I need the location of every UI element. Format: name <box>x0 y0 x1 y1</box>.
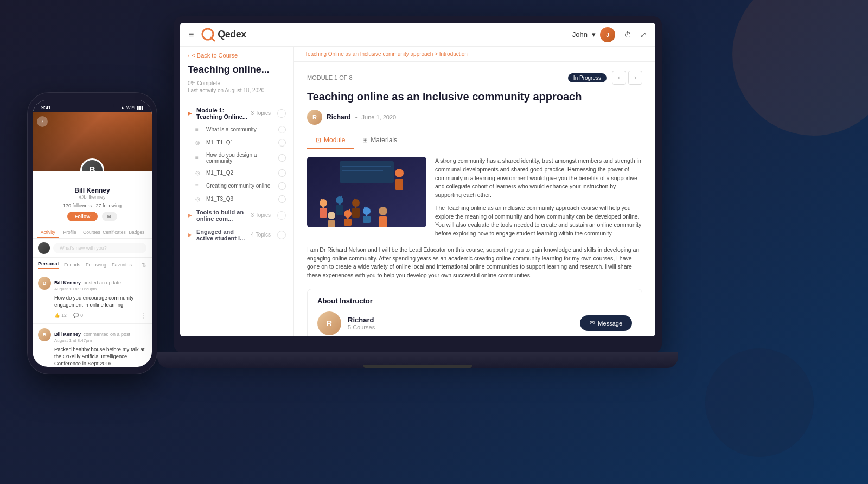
header-chevron: ▾ <box>592 30 596 39</box>
post-header-1: B Bill Kenney posted an update August 10… <box>38 277 146 291</box>
module-2-topics: 3 Topics <box>251 212 271 218</box>
sidebar-item-creating-community[interactable]: ≡ Creating community online <box>180 180 293 193</box>
main-content-area: Teaching Online as an Inclusive communit… <box>294 47 655 336</box>
phone-notch <box>71 100 114 111</box>
module-2-header[interactable]: ▶ Tools to build an online com... 3 Topi… <box>180 206 293 225</box>
header-history-icon[interactable]: ⏱ <box>624 30 631 39</box>
phone-tab-badges[interactable]: Badges <box>126 226 148 238</box>
materials-tab-icon: ⊞ <box>362 136 368 144</box>
bio-text: I am Dr Richard Nelson and I will be the… <box>307 246 642 280</box>
text-item-icon-2: ≡ <box>195 155 203 161</box>
app-body: ‹ < Back to Course Teaching online... 0%… <box>180 47 655 336</box>
module-1-topics: 3 Topics <box>251 110 271 116</box>
phone-input-bar: What's new with you? <box>33 239 152 258</box>
phone-tab-certificates[interactable]: Certificates <box>103 226 126 238</box>
feed-filter-personal[interactable]: Personal <box>38 261 59 269</box>
content-area: MODULE 1 OF 8 In Progress ‹ › Teaching o… <box>294 62 655 336</box>
status-time: 9:41 <box>41 105 51 110</box>
post-meta-1: Bill Kenney posted an update August 10 a… <box>54 277 146 291</box>
post-comment-1[interactable]: 💬 0 <box>73 313 83 318</box>
laptop-bezel: ≡ Qedex John ▾ J ⏱ ⤢ <box>174 16 662 353</box>
post-date-1: August 10 at 10:23pm <box>54 286 146 291</box>
item-text-q3: M1_T3_Q3 <box>206 196 275 202</box>
course-title-main: Teaching online as an Inclusive communit… <box>307 90 642 103</box>
feed-filter-favorites[interactable]: Favorites <box>112 262 132 268</box>
post-author-2: Bill Kenney <box>54 332 81 337</box>
logo-area: Qedex <box>200 27 246 42</box>
sidebar-item-q3[interactable]: ◎ M1_T3_Q3 <box>180 193 293 206</box>
svg-rect-19 <box>320 208 327 218</box>
prev-button[interactable]: ‹ <box>612 71 626 85</box>
feed-filter-friends[interactable]: Friends <box>64 262 80 268</box>
phone-post-1: B Bill Kenney posted an update August 10… <box>33 272 152 324</box>
post-actions-1: 👍 12 💬 0 ⋮ <box>38 311 146 319</box>
content-paragraph-2: The Teaching online as an inclusive comm… <box>435 204 642 238</box>
svg-point-16 <box>395 169 404 177</box>
module-3-arrow: ▶ <box>188 232 193 238</box>
phone-user-name: Bill Kenney <box>41 187 143 194</box>
next-button[interactable]: › <box>628 71 642 85</box>
post-header-2: B Bill Kenney commented on a post August… <box>38 328 146 343</box>
module-1-title: Module 1: Teaching Online... <box>196 107 247 120</box>
header-username: John <box>572 30 588 39</box>
breadcrumb[interactable]: Teaching Online as an Inclusive communit… <box>294 47 655 62</box>
phone-tab-activity[interactable]: Activity <box>37 226 59 238</box>
instructor-name: Richard <box>348 316 375 324</box>
svg-rect-30 <box>344 219 352 226</box>
post-text-1: How do you encourage community engagemen… <box>38 294 146 309</box>
post-meta-2: Bill Kenney commented on a post August 1… <box>54 328 146 343</box>
sidebar-item-q1[interactable]: ◎ M1_T1_Q1 <box>180 136 293 149</box>
post-author-1: Bill Kenney <box>54 280 81 285</box>
classroom-image <box>307 157 426 227</box>
item-text-q1: M1_T1_Q1 <box>206 139 275 145</box>
feed-filter-following[interactable]: Following <box>86 262 106 268</box>
sidebar-item-design-community[interactable]: ≡ How do you design a community <box>180 149 293 167</box>
header-avatar[interactable]: J <box>600 27 615 42</box>
post-more-1[interactable]: ⋮ <box>140 311 146 319</box>
item-check-4 <box>278 169 286 177</box>
tab-materials[interactable]: ⊞ Materials <box>354 132 406 149</box>
back-link-text: < Back to Course <box>192 52 238 59</box>
quiz-item-icon-3: ◎ <box>195 196 203 202</box>
phone-tab-courses[interactable]: Courses <box>81 226 103 238</box>
post-like-1[interactable]: 👍 12 <box>54 313 67 318</box>
svg-rect-33 <box>363 216 371 223</box>
tab-module-label: Module <box>324 136 345 144</box>
logo-text: Qedex <box>218 29 246 40</box>
message-instructor-button[interactable]: ✉ Message <box>580 315 632 331</box>
back-to-course-link[interactable]: ‹ < Back to Course <box>180 47 293 62</box>
phone-tab-profile[interactable]: Profile <box>59 226 80 238</box>
phone-action-buttons: Follow ✉ <box>41 212 143 221</box>
sidebar-divider <box>180 99 293 99</box>
content-text-block: A strong community has a shared identity… <box>435 157 642 238</box>
tab-module[interactable]: ⊡ Module <box>307 132 354 149</box>
post-avatar-2: B <box>38 328 51 341</box>
phone-follow-button[interactable]: Follow <box>67 212 98 221</box>
svg-rect-13 <box>340 161 394 183</box>
text-item-icon-3: ≡ <box>195 183 203 189</box>
svg-rect-25 <box>352 208 360 218</box>
item-text-creating-community: Creating community online <box>206 183 275 189</box>
sidebar-item-q2[interactable]: ◎ M1_T1_Q2 <box>180 167 293 180</box>
module-3-check <box>277 231 286 239</box>
author-name[interactable]: Richard <box>327 113 351 121</box>
header-expand-icon[interactable]: ⤢ <box>640 30 647 39</box>
logo-svg <box>200 27 215 42</box>
content-tabs: ⊡ Module ⊞ Materials <box>307 132 642 149</box>
phone-post-input[interactable]: What's new with you? <box>53 243 146 253</box>
item-check-5 <box>278 182 286 190</box>
author-date-text: June 1, 2020 <box>362 114 397 120</box>
hamburger-icon[interactable]: ≡ <box>189 30 194 40</box>
message-btn-label: Message <box>598 320 622 327</box>
feed-sort-icon[interactable]: ⇅ <box>142 262 146 269</box>
module-3-header[interactable]: ▶ Engaged and active student l... 4 Topi… <box>180 225 293 245</box>
module-1-header[interactable]: ▶ Module 1: Teaching Online... 3 Topics <box>180 104 293 123</box>
phone-message-button[interactable]: ✉ <box>102 212 117 221</box>
post-action-2: commented on a post <box>83 332 130 337</box>
item-text-design-community: How do you design a community <box>206 152 275 164</box>
phone-input-avatar <box>38 242 50 254</box>
laptop-screen: ≡ Qedex John ▾ J ⏱ ⤢ <box>180 23 655 336</box>
phone-back-button[interactable]: ‹ <box>37 116 48 127</box>
content-columns: A strong community has a shared identity… <box>307 157 642 238</box>
sidebar-item-what-is-community[interactable]: ≡ What is a community <box>180 123 293 136</box>
